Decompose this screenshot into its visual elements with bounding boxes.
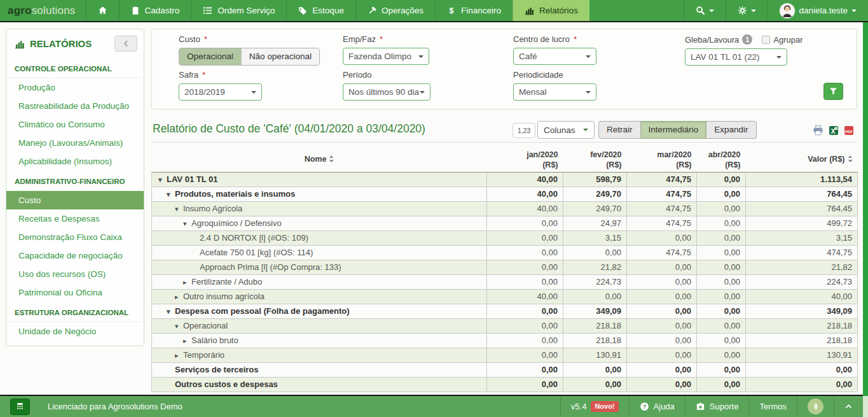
table-row[interactable]: ▸Temporário0,00130,910,000,00130,91 [152, 348, 858, 362]
collapse-arrow-icon[interactable]: ▾ [167, 190, 175, 199]
sidebar-collapse-button[interactable] [114, 36, 137, 52]
termos-link[interactable]: Termos [748, 396, 797, 417]
cell-value: 0,00 [627, 362, 697, 377]
row-label: LAV 01 TL 01 [167, 174, 217, 184]
gleba-value: LAV 01 TL 01 (22) [691, 52, 760, 62]
sidebar-item-custo[interactable]: Custo [6, 191, 144, 209]
nav-item-operacoes[interactable]: Operações [355, 0, 435, 21]
expandir-button[interactable]: Expandir [706, 121, 756, 139]
suporte-link[interactable]: Suporte [685, 396, 749, 417]
table-row[interactable]: ▾Produtos, materiais e insumos40,00249,7… [152, 187, 858, 201]
table-row[interactable]: Approach Prima [l] (#Op Compra: 133)0,00… [152, 260, 858, 274]
table-row[interactable]: ▸Outro insumo agrícola40,000,000,000,004… [152, 289, 858, 304]
pdf-export-icon[interactable]: PDF [844, 125, 854, 136]
table-body: ▾LAV 01 TL 0140,00598,79474,750,001.113,… [152, 172, 858, 392]
custo-nao-operacional-button[interactable]: Não operacional [241, 48, 319, 65]
cell-value: 0,00 [697, 230, 746, 245]
ajuda-link[interactable]: ? Ajuda [629, 396, 685, 417]
table-row[interactable]: Outros custos e despesas0,000,000,000,00… [152, 377, 858, 392]
nav-item-label: Cadastro [145, 6, 180, 15]
sidebar-item-manejo-lavouras-animais-[interactable]: Manejo (Lavouras/Animais) [6, 134, 144, 152]
collapse-arrow-icon[interactable]: ▾ [175, 322, 183, 330]
table-row[interactable]: Serviços de terceiros0,000,000,000,000,0… [152, 362, 858, 377]
table-row[interactable]: ▾Operacional0,00218,180,000,00218,18 [152, 318, 858, 333]
table-row[interactable]: ▾LAV 01 TL 0140,00598,79474,750,001.113,… [152, 172, 858, 187]
vertical-scrollbar-thumb[interactable] [863, 22, 868, 396]
svg-text:X: X [831, 127, 836, 134]
sidebar-section-heading: CONTROLE OPERACIONAL [6, 58, 144, 78]
excel-export-icon[interactable]: X [829, 125, 839, 136]
filter-empfaz-label: Emp/Faz* [343, 34, 429, 44]
calculator-button[interactable] [10, 399, 30, 415]
cell-value: 0,00 [627, 318, 697, 333]
nav-item-financeiro[interactable]: $Financeiro [435, 0, 513, 21]
table-row[interactable]: Acefate 750 01 [kg] (#OS: 114)0,000,0047… [152, 245, 858, 260]
version-item[interactable]: v5.4 Novo! [560, 396, 629, 417]
table-row[interactable]: ▾Insumo Agrícola40,00249,70474,750,00764… [152, 201, 858, 216]
intermediario-button[interactable]: Intermediário [641, 121, 707, 139]
collapse-arrow-icon[interactable]: ▾ [167, 307, 175, 316]
table-row[interactable]: 2.4 D NORTOX [l] (#OS: 109)0,003,150,000… [152, 230, 858, 245]
gleba-select[interactable]: LAV 01 TL 01 (22) [685, 48, 787, 66]
sidebar-item-aplicabilidade-insumos-[interactable]: Aplicabilidade (Insumos) [6, 152, 144, 171]
safra-select[interactable]: 2018/2019 [179, 83, 262, 101]
custo-operacional-button[interactable]: Operacional [179, 48, 241, 65]
nav-item-estoque[interactable]: Estoque [286, 0, 355, 21]
sidebar-item-clim-tico-ou-consumo[interactable]: Climático ou Consumo [6, 115, 144, 134]
table-row[interactable]: ▸Salário bruto0,00218,180,000,00218,18 [152, 333, 858, 348]
filter-periodo: Período Nos últimos 90 dia [343, 70, 431, 101]
required-marker: * [380, 34, 383, 44]
nav-item-cadastro[interactable]: Cadastro [119, 0, 191, 21]
sidebar-item-uso-dos-recursos-os-[interactable]: Uso dos recursos (OS) [6, 265, 144, 283]
colunas-dropdown[interactable]: Colunas [537, 121, 595, 139]
settings-menu-button[interactable] [726, 0, 768, 21]
sidebar-item-capacidade-de-negocia-o[interactable]: Capacidade de negociação [6, 246, 144, 265]
column-header-month: jan/2020(R$) [487, 148, 563, 172]
cell-value: 0,00 [746, 377, 858, 392]
nav-item-home[interactable] [86, 0, 119, 21]
user-menu-button[interactable]: daniela.teste [768, 0, 868, 21]
nav-item-ordem-servico[interactable]: Ordem Serviço [191, 0, 286, 21]
column-header-month: abr/2020(R$) [697, 148, 746, 172]
search-menu-button[interactable] [684, 0, 726, 21]
table-row[interactable]: ▾Agroquímico / Defensivo0,0024,97474,750… [152, 216, 858, 230]
retrair-button[interactable]: Retrair [598, 121, 641, 139]
expand-arrow-icon[interactable]: ▸ [183, 337, 191, 345]
app-logo[interactable]: agrosolutions [0, 0, 86, 21]
cell-value: 0,00 [697, 304, 746, 318]
expand-arrow-icon[interactable]: ▸ [183, 278, 191, 286]
column-header-valor[interactable]: Valor (R$) [746, 148, 858, 172]
empfaz-value: Fazenda Olimpo [348, 52, 411, 61]
column-header-nome[interactable]: Nome [152, 148, 487, 172]
sidebar-item-produ-o[interactable]: Produção [6, 78, 144, 97]
decimal-format-button[interactable]: 1,23 [513, 123, 535, 138]
operacoes-icon [368, 6, 376, 15]
table-row[interactable]: ▸Fertilizante / Adubo0,00224,730,000,002… [152, 274, 858, 289]
centro-lucro-select[interactable]: Café [513, 48, 596, 65]
cell-value: 130,91 [746, 348, 858, 362]
sidebar-item-unidade-de-neg-cio[interactable]: Unidade de Negócio [6, 322, 144, 341]
periodo-dropdown[interactable]: Nos últimos 90 dia [343, 83, 431, 101]
sidebar-item-rastreabilidade-da-produ-o[interactable]: Rastreabilidade da Produção [6, 97, 144, 115]
expand-arrow-icon[interactable]: ▸ [175, 351, 183, 360]
cell-name: ▾Agroquímico / Defensivo [152, 216, 487, 230]
first-aid-kit-icon [696, 402, 705, 411]
printer-icon[interactable] [813, 125, 823, 136]
sidebar-item-receitas-e-despesas[interactable]: Receitas e Despesas [6, 209, 144, 228]
cell-name: Acefate 750 01 [kg] (#OS: 114) [152, 245, 487, 260]
collapse-arrow-icon[interactable]: ▾ [158, 176, 167, 184]
table-row[interactable]: ▾Despesa com pessoal (Folha de pagamento… [152, 304, 858, 318]
eco-item[interactable] [797, 396, 834, 417]
apply-filter-button[interactable] [823, 83, 843, 100]
empfaz-select[interactable]: Fazenda Olimpo [343, 48, 429, 65]
collapse-arrow-icon[interactable]: ▾ [175, 205, 183, 213]
collapse-footer-button[interactable] [834, 396, 863, 417]
periodicidade-select[interactable]: Mensal [513, 83, 596, 101]
expand-arrow-icon[interactable]: ▸ [175, 293, 183, 301]
nav-item-relatorios[interactable]: Relatórios [513, 0, 589, 21]
cell-value: 0,00 [627, 304, 697, 318]
agrupar-checkbox[interactable] [762, 36, 770, 44]
sidebar-item-patrimonial-ou-oficina[interactable]: Patrimonial ou Oficina [6, 283, 144, 302]
collapse-arrow-icon[interactable]: ▾ [183, 220, 191, 228]
sidebar-item-demonstra-o-fluxo-caixa[interactable]: Demonstração Fluxo Caixa [6, 228, 144, 246]
